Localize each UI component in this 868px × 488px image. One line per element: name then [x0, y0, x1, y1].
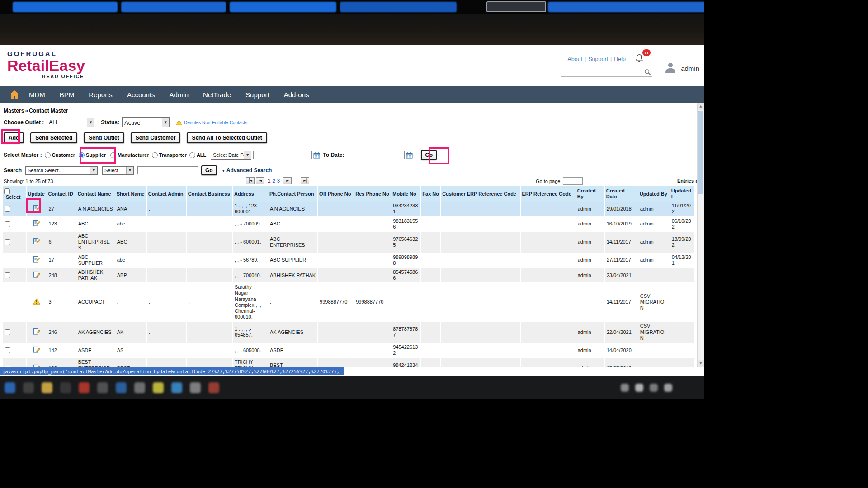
tray-icon[interactable]	[650, 384, 658, 392]
taskbar-icon[interactable]	[97, 382, 108, 393]
edit-icon[interactable]	[33, 207, 40, 213]
status-link-preview: javascript:popUp_parm('contactMasterAdd.…	[0, 367, 344, 375]
scroll-up-icon[interactable]: ▲	[698, 103, 704, 110]
row-checkbox[interactable]	[5, 239, 10, 245]
search-query-input[interactable]	[137, 166, 198, 174]
taskbar-icon[interactable]	[171, 382, 182, 393]
search-icon[interactable]	[643, 69, 652, 75]
nav-item-reports[interactable]: Reports	[89, 91, 113, 99]
browser-tab[interactable]	[13, 2, 118, 12]
choose-outlet-select[interactable]: ALL ▼	[47, 118, 94, 127]
edit-icon[interactable]	[33, 349, 40, 354]
add-button[interactable]: Add	[4, 132, 24, 143]
search-go-button[interactable]: Go	[201, 165, 217, 175]
next-page-button[interactable]: ►	[283, 177, 292, 184]
taskbar-icon[interactable]	[208, 382, 219, 393]
row-checkbox[interactable]	[5, 329, 10, 335]
taskbar-icon[interactable]	[79, 382, 90, 393]
master-option-customer[interactable]: Customer	[45, 152, 75, 158]
edit-icon[interactable]	[33, 331, 40, 336]
taskbar-icon[interactable]	[23, 382, 34, 393]
send-outlet-button[interactable]: Send Outlet	[84, 132, 124, 143]
send-customer-button[interactable]: Send Customer	[131, 132, 181, 143]
send-selected-button[interactable]: Send Selected	[30, 132, 77, 143]
nav-item-mdm[interactable]: MDM	[29, 91, 45, 99]
nav-item-admin[interactable]: Admin	[170, 91, 189, 99]
radio-transporter[interactable]	[152, 152, 158, 158]
home-icon[interactable]	[9, 89, 21, 99]
header-search-input[interactable]	[561, 67, 643, 76]
last-page-button[interactable]: ►|	[301, 177, 309, 184]
tray-icon[interactable]	[664, 384, 672, 392]
calendar-icon[interactable]	[313, 152, 320, 159]
search-operator-select[interactable]: Select ▼	[102, 166, 134, 175]
nav-item-nettrade[interactable]: NetTrade	[203, 91, 231, 99]
advanced-search-link[interactable]: ▾ Advanced Search	[222, 167, 272, 174]
page-link-3[interactable]: 3	[277, 178, 280, 183]
logo[interactable]: GOFRUGAL RetailEasy HEAD OFFICE	[7, 50, 85, 79]
page-link-1[interactable]: 1	[268, 178, 270, 183]
master-option-supplier[interactable]: Supplier	[79, 152, 106, 158]
master-option-all[interactable]: ALL	[189, 152, 206, 158]
taskbar-icon[interactable]	[5, 382, 15, 393]
browser-tab[interactable]	[230, 2, 336, 12]
nav-item-support[interactable]: Support	[245, 91, 269, 99]
calendar-icon[interactable]	[406, 152, 413, 159]
cell-contact-business	[186, 267, 232, 282]
date-go-button[interactable]: Go	[421, 150, 437, 160]
master-option-manufacturer[interactable]: Manufacturer	[110, 152, 149, 158]
nav-item-add-ons[interactable]: Add-ons	[284, 91, 309, 99]
from-date-input[interactable]	[253, 151, 312, 159]
tray-icon[interactable]	[635, 384, 643, 392]
row-checkbox[interactable]	[5, 347, 10, 353]
row-checkbox[interactable]	[5, 206, 10, 212]
page-link-2[interactable]: 2	[272, 178, 275, 183]
edit-icon[interactable]	[33, 258, 40, 264]
bell-icon[interactable]: 71	[634, 53, 645, 64]
header-search	[561, 67, 652, 77]
taskbar-icon[interactable]	[116, 382, 127, 393]
goto-page-label: Go to page	[536, 178, 560, 184]
prev-page-button[interactable]: ◄	[256, 177, 264, 184]
master-option-transporter[interactable]: Transporter	[152, 152, 187, 158]
status-select[interactable]: Active ▼	[122, 117, 170, 127]
header-link-support[interactable]: Support	[588, 56, 608, 62]
nav-item-bpm[interactable]: BPM	[60, 91, 75, 99]
taskbar-icon[interactable]	[153, 382, 164, 393]
edit-icon[interactable]	[33, 222, 40, 228]
edit-icon[interactable]	[33, 274, 40, 279]
taskbar-icon[interactable]	[60, 382, 71, 393]
taskbar-icon[interactable]	[134, 382, 145, 393]
browser-window-control[interactable]	[486, 1, 546, 12]
to-date-input[interactable]	[346, 151, 405, 159]
scroll-down-icon[interactable]: ▼	[698, 360, 704, 367]
edit-icon[interactable]	[33, 240, 40, 246]
search-field-select[interactable]: Search Select... ▼	[25, 166, 98, 175]
row-checkbox[interactable]	[5, 272, 10, 278]
send-all-to-selected-outlet-button[interactable]: Send All To Selected Outlet	[187, 132, 267, 143]
user-menu[interactable]: admin	[664, 61, 699, 76]
browser-tab[interactable]	[121, 2, 226, 12]
cell-contact-name: ABC ENTERPRISES	[76, 231, 115, 253]
radio-manufacturer[interactable]	[110, 152, 116, 158]
nav-item-accounts[interactable]: Accounts	[127, 91, 155, 99]
radio-customer[interactable]	[45, 152, 51, 158]
col-header-created-date: Created Date	[604, 186, 638, 202]
radio-all[interactable]	[189, 152, 195, 158]
tray-icon[interactable]	[621, 384, 629, 392]
breadcrumb-parent[interactable]: Masters	[4, 108, 24, 114]
header-link-help[interactable]: Help	[614, 56, 626, 62]
radio-supplier[interactable]	[79, 152, 85, 158]
browser-tab[interactable]	[340, 2, 457, 12]
date-for-select[interactable]: Select Date For ▼	[211, 151, 251, 160]
scrollbar-thumb[interactable]	[698, 111, 703, 194]
first-page-button[interactable]: |◄	[246, 177, 255, 184]
goto-page-input[interactable]	[563, 177, 583, 185]
taskbar-icon[interactable]	[42, 382, 52, 393]
taskbar-icon[interactable]	[190, 382, 201, 393]
row-checkbox[interactable]	[5, 221, 10, 227]
row-checkbox[interactable]	[5, 258, 10, 263]
browser-tab[interactable]	[548, 2, 704, 12]
select-all-checkbox[interactable]	[4, 188, 10, 194]
header-link-about[interactable]: About	[567, 56, 582, 62]
